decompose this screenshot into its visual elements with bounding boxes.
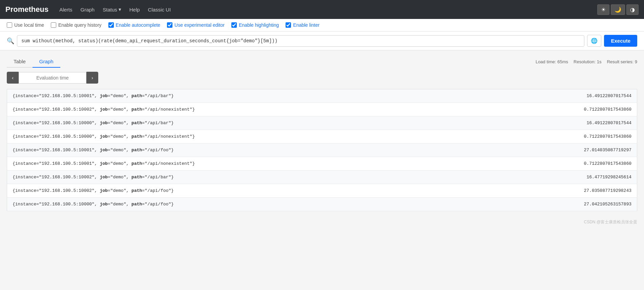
- metric-value-cell: 27.035087719298243: [491, 184, 637, 198]
- nav-classic-ui[interactable]: Classic UI: [148, 7, 171, 13]
- enable-linter-checkbox[interactable]: [286, 22, 291, 28]
- tab-graph[interactable]: Graph: [33, 56, 60, 68]
- table-row: {instance="192.168.100.5:10000", job="de…: [7, 130, 637, 143]
- table-row: {instance="192.168.100.5:10000", job="de…: [7, 116, 637, 130]
- metric-value-cell: 16.47719298245614: [491, 171, 637, 184]
- evaluation-time-input[interactable]: [19, 72, 86, 84]
- query-bar: 🔍 🌐 Execute: [0, 31, 644, 50]
- search-icon: 🔍: [7, 37, 14, 45]
- chevron-down-icon: ▾: [119, 6, 121, 13]
- metric-label-cell: {instance="192.168.100.5:10000", job="de…: [7, 130, 491, 143]
- table-row: {instance="192.168.100.5:10002", job="de…: [7, 171, 637, 184]
- query-input[interactable]: [17, 35, 584, 47]
- nav-status[interactable]: Status ▾: [103, 6, 121, 13]
- tabs-row: Table Graph Load time: 65ms Resolution: …: [7, 56, 637, 68]
- load-time: Load time: 65ms: [536, 59, 568, 64]
- use-local-time-option[interactable]: Use local time: [7, 22, 44, 28]
- metric-label-cell: {instance="192.168.100.5:10002", job="de…: [7, 103, 491, 116]
- navbar: Prometheus Alerts Graph Status ▾ Help Cl…: [0, 0, 644, 19]
- table-row: {instance="192.168.100.5:10000", job="de…: [7, 198, 637, 211]
- metric-label-cell: {instance="192.168.100.5:10001", job="de…: [7, 157, 491, 171]
- theme-switcher: ☀ 🌙 ◑: [597, 4, 639, 15]
- eval-prev-button[interactable]: ‹: [7, 72, 19, 84]
- enable-highlighting-label: Enable highlighting: [239, 22, 279, 28]
- enable-autocomplete-checkbox[interactable]: [108, 22, 114, 28]
- enable-highlighting-option[interactable]: Enable highlighting: [231, 22, 279, 28]
- options-bar: Use local time Enable query history Enab…: [0, 19, 644, 31]
- metric-value-cell: 0.7122807017543860: [491, 103, 637, 116]
- result-meta: Load time: 65ms Resolution: 1s Result se…: [536, 59, 637, 64]
- result-series: Result series: 9: [607, 59, 637, 64]
- table-row: {instance="192.168.100.5:10001", job="de…: [7, 157, 637, 171]
- nav-alerts[interactable]: Alerts: [59, 7, 72, 13]
- theme-sun-button[interactable]: ☀: [597, 4, 609, 15]
- nav-help[interactable]: Help: [129, 7, 140, 13]
- theme-contrast-button[interactable]: ◑: [626, 4, 639, 15]
- results-table: {instance="192.168.100.5:10001", job="de…: [7, 89, 637, 211]
- enable-linter-option[interactable]: Enable linter: [286, 22, 319, 28]
- enable-linter-label: Enable linter: [293, 22, 319, 28]
- use-experimental-editor-label: Use experimental editor: [174, 22, 225, 28]
- metric-value-cell: 0.7122807017543860: [491, 157, 637, 171]
- use-local-time-label: Use local time: [14, 22, 44, 28]
- table-row: {instance="192.168.100.5:10002", job="de…: [7, 184, 637, 198]
- use-experimental-editor-checkbox[interactable]: [167, 22, 172, 28]
- metric-value-cell: 16.49122807017544: [491, 116, 637, 130]
- eval-next-button[interactable]: ›: [86, 72, 98, 84]
- metric-value-cell: 27.042105263157893: [491, 198, 637, 211]
- metric-value-cell: 27.014035087719297: [491, 143, 637, 157]
- table-row: {instance="192.168.100.5:10001", job="de…: [7, 143, 637, 157]
- resolution: Resolution: 1s: [574, 59, 601, 64]
- result-tabs: Table Graph: [7, 56, 60, 68]
- enable-highlighting-checkbox[interactable]: [231, 22, 237, 28]
- metric-value-cell: 16.49122807017544: [491, 89, 637, 103]
- metric-label-cell: {instance="192.168.100.5:10001", job="de…: [7, 89, 491, 103]
- evaluation-bar: ‹ ›: [7, 72, 637, 84]
- enable-query-history-option[interactable]: Enable query history: [51, 22, 102, 28]
- metrics-explorer-button[interactable]: 🌐: [587, 35, 601, 47]
- enable-autocomplete-option[interactable]: Enable autocomplete: [108, 22, 161, 28]
- app-brand[interactable]: Prometheus: [5, 5, 48, 14]
- metric-label-cell: {instance="192.168.100.5:10002", job="de…: [7, 171, 491, 184]
- enable-query-history-label: Enable query history: [58, 22, 102, 28]
- nav-graph[interactable]: Graph: [81, 7, 95, 13]
- metric-label-cell: {instance="192.168.100.5:10001", job="de…: [7, 143, 491, 157]
- table-row: {instance="192.168.100.5:10001", job="de…: [7, 89, 637, 103]
- metric-value-cell: 0.7122807017543860: [491, 130, 637, 143]
- tab-table[interactable]: Table: [7, 56, 33, 68]
- nav-status-label: Status: [103, 7, 117, 13]
- use-local-time-checkbox[interactable]: [7, 22, 12, 28]
- watermark: CSDN @富士康质检员张全蛋: [0, 217, 644, 228]
- metric-label-cell: {instance="192.168.100.5:10000", job="de…: [7, 116, 491, 130]
- enable-query-history-checkbox[interactable]: [51, 22, 56, 28]
- main-content: Table Graph Load time: 65ms Resolution: …: [0, 50, 644, 217]
- metric-label-cell: {instance="192.168.100.5:10002", job="de…: [7, 184, 491, 198]
- execute-button[interactable]: Execute: [604, 35, 637, 47]
- theme-moon-button[interactable]: 🌙: [611, 4, 625, 15]
- table-row: {instance="192.168.100.5:10002", job="de…: [7, 103, 637, 116]
- use-experimental-editor-option[interactable]: Use experimental editor: [167, 22, 225, 28]
- enable-autocomplete-label: Enable autocomplete: [116, 22, 161, 28]
- metric-label-cell: {instance="192.168.100.5:10000", job="de…: [7, 198, 491, 211]
